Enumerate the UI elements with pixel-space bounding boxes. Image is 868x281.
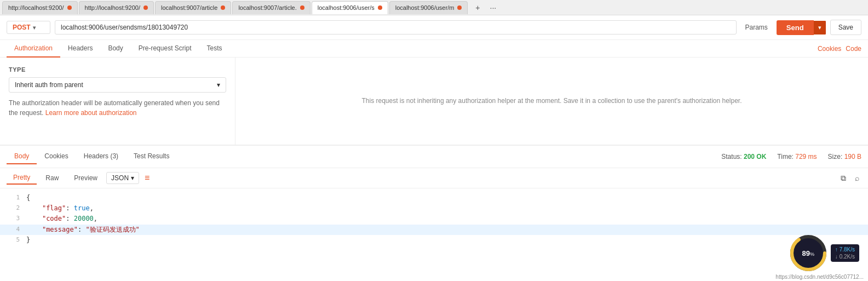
browser-tab-3[interactable]: localhost:9007/article. <box>232 1 310 14</box>
tab-dot-2 <box>221 5 225 10</box>
auth-type-value: Inherit auth from parent <box>15 81 83 89</box>
tab-actions: + ··· <box>471 1 499 14</box>
network-gauge: 89% <box>789 234 827 254</box>
response-section: Body Cookies Headers (3) Test Results St… <box>0 146 868 254</box>
code-view: 1 { 2 "flag": true, 3 "code": 20000, 4 "… <box>0 188 868 254</box>
cookies-link[interactable]: Cookies <box>818 45 841 53</box>
params-button[interactable]: Params <box>741 21 772 33</box>
tab-label-5: localhost:9006/user/m <box>395 4 455 11</box>
auth-type-select[interactable]: Inherit auth from parent ▾ <box>9 77 226 93</box>
save-button[interactable]: Save <box>830 20 861 35</box>
tab-dot-3 <box>300 5 304 10</box>
req-tab-right: Cookies Code <box>818 45 861 53</box>
tab-dot-4 <box>378 5 382 10</box>
tab-dot-1 <box>143 5 148 10</box>
code-content-3: "code": 20000, <box>26 214 97 224</box>
code-line-2: 2 "flag": true, <box>0 203 868 214</box>
browser-tab-2[interactable]: localhost:9007/article <box>155 1 231 14</box>
format-type-select[interactable]: JSON ▾ <box>106 172 139 184</box>
tab-pre-request-script[interactable]: Pre-request Script <box>131 40 199 58</box>
code-content-2: "flag": true, <box>26 203 94 214</box>
response-status-bar: Status: 200 OK Time: 729 ms Size: 190 B <box>721 153 861 160</box>
time-value: 729 ms <box>795 153 817 160</box>
tab-bar: http://localhost:9200/ http://localhost:… <box>0 0 868 15</box>
response-body-toolbar: Pretty Raw Preview JSON ▾ ≡ ⧉ ⌕ <box>0 168 868 188</box>
time-label: Time: 729 ms <box>777 153 817 160</box>
tab-authorization[interactable]: Authorization <box>7 40 60 58</box>
code-content-1: { <box>26 193 30 203</box>
auth-section: TYPE Inherit auth from parent ▾ The auth… <box>0 58 868 145</box>
send-main-button[interactable]: Send <box>777 20 814 35</box>
auth-info-text: This request is not inheriting any autho… <box>361 96 741 106</box>
method-select[interactable]: POST ▾ <box>7 21 50 34</box>
copy-response-button[interactable]: ⧉ <box>838 173 848 184</box>
new-tab-button[interactable]: + <box>471 1 484 14</box>
tab-label-3: localhost:9007/article. <box>238 4 296 11</box>
size-value: 190 B <box>844 153 861 160</box>
code-content-4: "message": "验证码发送成功" <box>26 225 140 235</box>
network-percent-display: 89% <box>802 249 814 255</box>
auth-learn-link[interactable]: Learn more about authorization <box>45 109 137 117</box>
code-line-3: 3 "code": 20000, <box>0 214 868 224</box>
resp-tab-test-results[interactable]: Test Results <box>126 149 177 164</box>
line-number-2: 2 <box>4 203 20 214</box>
code-line-1: 1 { <box>0 193 868 203</box>
auth-right-panel: This request is not inheriting any autho… <box>235 58 868 145</box>
network-percent-value: 89 <box>802 249 810 255</box>
tab-tests[interactable]: Tests <box>199 40 229 58</box>
status-label: Status: 200 OK <box>721 153 766 160</box>
line-number-4: 4 <box>4 225 20 235</box>
resp-tab-cookies[interactable]: Cookies <box>37 149 76 164</box>
auth-type-label: TYPE <box>9 66 226 73</box>
format-preview-button[interactable]: Preview <box>67 172 104 184</box>
resp-tab-headers[interactable]: Headers (3) <box>76 149 126 164</box>
request-tabs: Authorization Headers Body Pre-request S… <box>0 40 868 58</box>
browser-tab-1[interactable]: http://localhost:9200/ <box>79 1 154 14</box>
format-raw-button[interactable]: Raw <box>39 172 65 184</box>
code-link[interactable]: Code <box>846 45 861 53</box>
network-percent-symbol: % <box>810 251 814 255</box>
browser-tab-5[interactable]: localhost:9006/user/m <box>389 1 468 14</box>
search-response-button[interactable]: ⌕ <box>853 173 861 184</box>
tab-dot-0 <box>67 5 72 10</box>
network-widget: 89% ↑ 7.8K/s ↓ 0.2K/s <box>789 234 859 254</box>
tab-label-1: http://localhost:9200/ <box>85 4 141 11</box>
size-label: Size: 190 B <box>828 153 861 160</box>
browser-tab-0[interactable]: http://localhost:9200/ <box>2 1 78 14</box>
format-type-value: JSON <box>111 174 129 182</box>
auth-description: The authorization header will be automat… <box>9 98 226 118</box>
browser-tab-4[interactable]: localhost:9006/user/s <box>312 1 388 14</box>
code-line-5: 5 } <box>0 235 868 245</box>
method-label: POST <box>13 24 31 31</box>
method-chevron-icon: ▾ <box>33 25 36 31</box>
auth-left-panel: TYPE Inherit auth from parent ▾ The auth… <box>0 58 235 145</box>
tab-label-2: localhost:9007/article <box>161 4 217 11</box>
network-download-speed: ↓ 0.2K/s <box>835 254 855 254</box>
tab-body[interactable]: Body <box>100 40 130 58</box>
request-bar: POST ▾ Params Send ▾ Save <box>0 15 868 40</box>
more-tabs-button[interactable]: ··· <box>486 1 499 14</box>
tab-headers[interactable]: Headers <box>60 40 100 58</box>
auth-type-chevron-icon: ▾ <box>217 81 220 89</box>
tab-label-0: http://localhost:9200/ <box>8 4 64 11</box>
send-button-group: Send ▾ <box>777 20 826 35</box>
format-pretty-button[interactable]: Pretty <box>7 171 37 185</box>
format-type-chevron-icon: ▾ <box>131 174 134 182</box>
network-upload-speed: ↑ 7.8K/s <box>835 246 855 253</box>
status-value: 200 OK <box>744 153 766 160</box>
line-number-3: 3 <box>4 214 20 224</box>
code-line-4: 4 "message": "验证码发送成功" <box>0 225 868 235</box>
network-speeds: ↑ 7.8K/s ↓ 0.2K/s <box>831 244 859 254</box>
wrap-button[interactable]: ≡ <box>141 172 153 184</box>
send-dropdown-button[interactable]: ▾ <box>814 21 826 35</box>
response-actions: ⧉ ⌕ <box>838 173 861 184</box>
code-content-5: } <box>26 235 30 245</box>
resp-tab-body[interactable]: Body <box>7 149 37 164</box>
response-tabs: Body Cookies Headers (3) Test Results <box>7 149 177 164</box>
line-number-5: 5 <box>4 235 20 245</box>
line-number-1: 1 <box>4 193 20 203</box>
tab-label-4: localhost:9006/user/s <box>318 4 375 11</box>
url-input[interactable] <box>55 20 737 35</box>
tab-dot-5 <box>457 5 462 10</box>
response-header: Body Cookies Headers (3) Test Results St… <box>0 146 868 168</box>
